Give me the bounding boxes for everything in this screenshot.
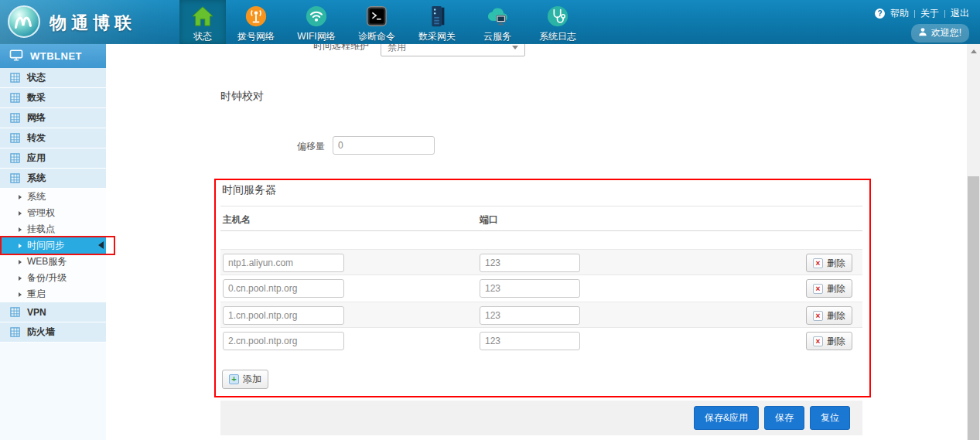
sidebar-item-label: 应用 xyxy=(27,152,46,165)
host-input[interactable] xyxy=(223,332,344,350)
brand-logo-icon xyxy=(8,5,40,41)
delete-button[interactable]: × 删除 xyxy=(806,332,852,350)
sidebar-item-label: VPN xyxy=(27,307,46,318)
sidebar-subitem-admin[interactable]: 管理权 xyxy=(0,205,106,221)
sidebar-header: WTBLNET xyxy=(0,44,106,68)
nav-label: 诊断命令 xyxy=(358,30,395,43)
grid-icon xyxy=(10,93,20,103)
scroll-up-arrow-icon[interactable] xyxy=(971,49,977,53)
offset-input[interactable] xyxy=(333,136,435,155)
sidebar-subitem-system[interactable]: 系统 xyxy=(0,189,106,205)
active-pointer-icon xyxy=(98,241,104,249)
table-header: 主机名 端口 xyxy=(220,206,862,231)
monitor-icon xyxy=(9,49,23,63)
sidebar-item-forward[interactable]: 转发 xyxy=(0,128,106,148)
bullet-triangle-icon xyxy=(19,244,22,248)
host-input[interactable] xyxy=(223,279,344,298)
nav-dial-network[interactable]: 拨号网络 xyxy=(226,0,286,44)
sidebar-subitem-backup-upgrade[interactable]: 备份/升级 xyxy=(0,270,106,286)
sidebar-subitem-reboot[interactable]: 重启 xyxy=(0,286,106,302)
help-link[interactable]: 帮助 xyxy=(890,7,909,20)
vertical-scrollbar[interactable] xyxy=(967,44,980,440)
user-icon xyxy=(918,27,927,39)
sidebar-item-data-collect[interactable]: 数采 xyxy=(0,88,106,108)
delete-button[interactable]: × 删除 xyxy=(806,279,852,298)
nav-status[interactable]: 状态 xyxy=(179,0,226,44)
column-header-port: 端口 xyxy=(480,213,498,227)
bullet-triangle-icon xyxy=(19,292,22,297)
welcome-badge[interactable]: 欢迎您! xyxy=(911,24,969,43)
add-button[interactable]: + 添加 xyxy=(222,370,268,389)
delete-button[interactable]: × 删除 xyxy=(806,306,852,325)
delete-icon: × xyxy=(813,336,823,346)
port-input[interactable] xyxy=(480,254,580,272)
add-icon: + xyxy=(229,374,239,384)
welcome-text: 欢迎您! xyxy=(931,26,961,39)
sidebar-item-label: 系统 xyxy=(27,172,46,185)
nav-label: 系统日志 xyxy=(539,30,576,43)
logout-link[interactable]: 退出 xyxy=(951,7,969,20)
save-button[interactable]: 保存 xyxy=(764,406,804,430)
delete-icon: × xyxy=(813,258,823,268)
table-row: × 删除 xyxy=(220,275,862,302)
nav-system-log[interactable]: 系统日志 xyxy=(528,0,588,44)
divider xyxy=(944,10,945,18)
port-input[interactable] xyxy=(480,306,580,325)
nav-cloud-service[interactable]: 云服务 xyxy=(467,0,528,44)
sidebar-item-application[interactable]: 应用 xyxy=(0,148,106,169)
add-label: 添加 xyxy=(243,373,261,386)
save-apply-button[interactable]: 保存&应用 xyxy=(694,406,759,430)
port-input[interactable] xyxy=(480,279,580,298)
nav-label: WIFI网络 xyxy=(297,30,335,43)
top-bar: 物通博联 状态 拨号网络 WIFI网络 xyxy=(0,0,980,44)
grid-icon xyxy=(10,307,20,317)
sidebar-subitem-label: 系统 xyxy=(27,190,46,203)
sidebar-subitem-label: 时间同步 xyxy=(27,239,64,252)
delete-label: 删除 xyxy=(827,335,845,348)
divider xyxy=(914,10,915,18)
wifi-icon xyxy=(305,3,328,29)
sidebar-item-label: 网络 xyxy=(27,111,46,124)
bullet-triangle-icon xyxy=(19,211,22,216)
sidebar-item-vpn[interactable]: VPN xyxy=(0,302,106,322)
sidebar-item-label: 防火墙 xyxy=(27,326,55,339)
nav-label: 状态 xyxy=(193,30,212,43)
nav-diagnostic-command[interactable]: 诊断命令 xyxy=(347,0,407,44)
help-icon: ? xyxy=(875,9,885,19)
table-row: × 删除 xyxy=(220,328,862,354)
nav-wifi-network[interactable]: WIFI网络 xyxy=(286,0,347,44)
delete-button[interactable]: × 删除 xyxy=(806,254,852,272)
grid-icon xyxy=(10,327,20,337)
nav-data-gateway[interactable]: 数采网关 xyxy=(407,0,467,44)
sidebar-subitem-label: 管理权 xyxy=(27,206,55,220)
sidebar-item-system[interactable]: 系统 xyxy=(0,169,106,189)
host-input[interactable] xyxy=(223,254,344,272)
grid-icon xyxy=(10,73,20,83)
column-header-host: 主机名 xyxy=(223,213,251,227)
sidebar-item-network[interactable]: 网络 xyxy=(0,108,106,128)
system-log-icon xyxy=(546,3,569,29)
sidebar-item-status[interactable]: 状态 xyxy=(0,68,106,88)
servers-section-title: 时间服务器 xyxy=(222,183,276,197)
nav-label: 拨号网络 xyxy=(237,30,275,43)
sidebar-item-firewall[interactable]: 防火墙 xyxy=(0,322,106,343)
brand-logo: 物通博联 xyxy=(8,5,136,41)
scrollbar-thumb[interactable] xyxy=(968,176,979,440)
sidebar-subitem-time-sync[interactable]: 时间同步 xyxy=(0,237,106,254)
delete-label: 删除 xyxy=(827,282,845,295)
delete-icon: × xyxy=(813,311,823,321)
port-input[interactable] xyxy=(480,332,580,350)
reset-button[interactable]: 复位 xyxy=(810,406,850,430)
grid-icon xyxy=(10,133,20,143)
sidebar-subitem-web-service[interactable]: WEB服务 xyxy=(0,254,106,270)
table-row: × 删除 xyxy=(220,249,862,275)
sidebar-subitem-mountpoint[interactable]: 挂载点 xyxy=(0,221,106,237)
home-icon xyxy=(191,3,214,29)
sidebar-subitem-label: 重启 xyxy=(27,288,46,301)
grid-icon xyxy=(10,153,20,163)
bullet-triangle-icon xyxy=(19,227,22,232)
about-link[interactable]: 关于 xyxy=(920,7,939,20)
host-input[interactable] xyxy=(223,306,344,325)
terminal-icon xyxy=(365,3,388,29)
sidebar: WTBLNET 状态 数采 网络 转发 应用 系统 系统 xyxy=(0,44,106,440)
